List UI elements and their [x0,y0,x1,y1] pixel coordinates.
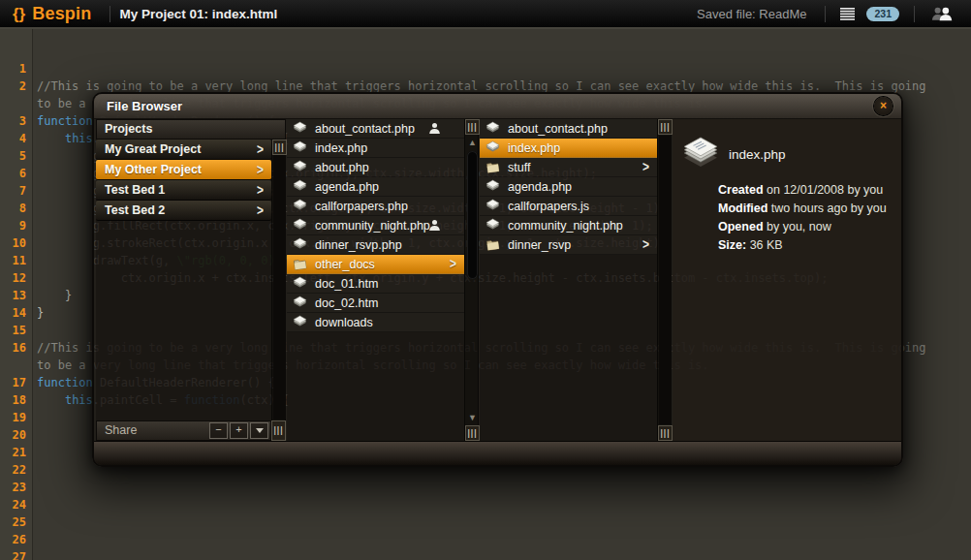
code-line [37,496,971,513]
topbar-right: Saved file: ReadMe 231 [697,6,971,22]
file-row[interactable]: callforpapers.js [480,197,657,216]
projects-scrollbar[interactable]: ||| [271,140,286,420]
expand-button[interactable]: + [230,422,248,439]
line-number: 1 [19,60,26,78]
line-number: 17 [13,374,26,391]
file-row[interactable]: about.php [287,158,464,177]
file-label: other_docs [315,255,375,274]
file-list-icon[interactable] [834,8,861,20]
details-file-header: index.php [682,137,786,171]
scrollbar-grip-icon[interactable]: ||| [271,420,286,441]
file-row[interactable]: community_night.php [287,216,464,235]
file-row[interactable]: callforpapers.php [287,197,464,216]
file-row[interactable]: downloads [287,313,464,332]
top-bar: {} Bespin My Project 01: index.html Save… [0,0,971,29]
chevron-right-icon: > [257,139,264,161]
file-row[interactable]: index.php [480,139,657,158]
details-filename: index.php [729,147,786,162]
file-row[interactable]: agenda.php [287,177,464,197]
project-row[interactable]: My Other Project> [96,160,271,180]
file-stack-icon [682,137,719,171]
document-title: My Project 01: index.html [119,7,277,21]
file-label: dinner_rsvp.php [315,235,402,255]
line-number-gutter: 1234567891011121314151617181920212223242… [0,29,33,560]
project-row[interactable]: Test Bed 2> [96,201,271,221]
line-number: 16 [13,339,26,357]
dialog-footer[interactable] [94,441,901,465]
file-row[interactable]: agenda.php [480,177,657,197]
chevron-right-icon: > [642,234,649,256]
code-line [37,548,971,560]
file-label: callforpapers.php [315,197,408,216]
scrollbar-thumb[interactable] [467,151,478,279]
files-scrollbar[interactable]: ||| ▲ ▼ ||| [464,119,479,441]
subfiles-scrollbar[interactable]: ||| ||| [657,119,672,441]
file-row[interactable]: about_contact.php [480,119,657,139]
file-row[interactable]: stuff> [480,158,657,177]
file-label: about_contact.php [315,119,415,139]
chevron-right-icon: > [257,179,264,202]
dialog-title: File Browser [94,94,901,118]
details-meta-row: Opened by you, now [718,218,887,236]
divider [110,6,110,22]
scrollbar-grip-icon[interactable]: ||| [465,119,480,135]
count-badge[interactable]: 231 [866,7,899,21]
line-number: 8 [19,200,26,217]
scroll-down-icon[interactable]: ▼ [465,411,480,424]
file-row[interactable]: index.php [287,139,464,158]
file-row[interactable]: doc_01.htm [287,274,464,294]
line-number: 10 [13,234,26,252]
collaborators-icon[interactable] [924,6,959,21]
line-number: 13 [13,287,26,304]
line-number: 15 [13,322,26,339]
file-row[interactable]: doc_02.htm [287,294,464,313]
file-row[interactable]: other_docs> [287,255,464,274]
share-dropdown-button[interactable] [250,422,268,439]
scrollbar-grip-icon[interactable]: ||| [465,425,480,441]
chevron-right-icon: > [257,159,264,181]
line-number: 27 [13,548,26,560]
close-icon[interactable]: × [874,97,893,115]
collapse-button[interactable]: − [209,422,228,439]
scrollbar-grip-icon[interactable]: ||| [658,425,673,441]
file-label: community_night.php [508,216,623,235]
line-number: 11 [13,252,26,269]
line-number: 22 [13,461,26,479]
logo-braces-icon: {} [13,5,25,24]
share-bar: Share − + [96,420,271,441]
file-row[interactable]: dinner_rsvp> [480,235,657,255]
file-row[interactable]: about_contact.php [287,119,464,139]
line-number: 21 [13,444,26,461]
bespin-app: {} Bespin My Project 01: index.html Save… [0,0,971,560]
scrollbar-grip-icon[interactable]: ||| [272,140,287,155]
folder-icon [486,237,500,258]
saved-file-status: Saved file: ReadMe [697,7,806,21]
line-number: 6 [19,165,26,182]
file-label: dinner_rsvp [508,235,571,255]
scroll-up-icon[interactable]: ▲ [465,136,480,149]
chevron-right-icon: > [642,157,649,178]
share-label: Share [105,421,137,440]
file-label: doc_01.htm [315,274,378,294]
bespin-logo[interactable]: {} Bespin [0,4,101,24]
project-label: My Other Project [96,163,202,176]
line-number: 18 [13,391,26,409]
logo-text: Bespin [32,4,91,24]
line-number: 5 [19,147,26,165]
line-number: 25 [13,513,26,531]
line-number: 19 [13,409,26,426]
line-number: 26 [13,531,26,548]
file-row[interactable]: dinner_rsvp.php [287,235,464,255]
file-row[interactable]: community_night.php [480,216,657,235]
scrollbar-grip-icon[interactable]: ||| [658,119,673,135]
file-label: community_night.php [315,216,430,235]
file-label: stuff [508,158,530,177]
dialog-title-bar[interactable]: File Browser [94,94,901,119]
project-row[interactable]: My Great Project> [96,140,271,160]
details-meta-row: Modified two hours ago by you [718,200,887,218]
details-meta-row: Created on 12/01/2008 by you [718,181,887,200]
project-row[interactable]: Test Bed 1> [96,180,271,201]
chevron-right-icon: > [257,200,264,222]
file-label: index.php [508,139,560,158]
file-label: downloads [315,313,373,332]
